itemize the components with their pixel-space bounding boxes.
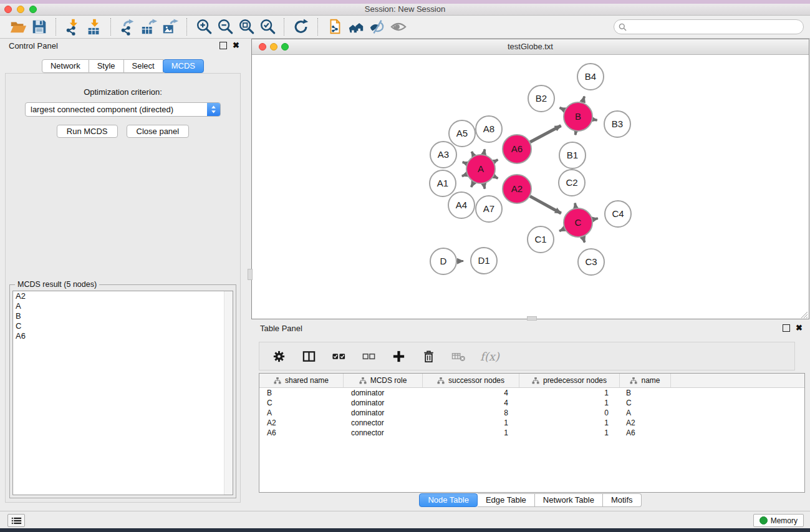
- export-network-icon[interactable]: [117, 17, 138, 37]
- table-cell[interactable]: 1: [519, 389, 620, 397]
- table-cell[interactable]: A2: [620, 418, 671, 427]
- zoom-fit-icon[interactable]: [236, 17, 257, 37]
- table-cell[interactable]: dominator: [344, 409, 423, 417]
- clone-network-icon[interactable]: [324, 17, 345, 37]
- graph-edge-A-A5[interactable]: [471, 152, 473, 156]
- function-builder-button[interactable]: f(x): [480, 350, 499, 363]
- tab-network-table[interactable]: Network Table: [535, 493, 603, 507]
- graph-node-D[interactable]: D: [430, 248, 456, 274]
- splitter-handle-vertical[interactable]: [248, 269, 253, 280]
- optimization-criterion-select[interactable]: largest connected component (directed): [25, 102, 221, 117]
- import-network-icon[interactable]: [62, 17, 84, 37]
- graph-node-B4[interactable]: B4: [577, 64, 604, 90]
- graph-edge-C-C2[interactable]: [575, 203, 576, 208]
- graph-node-A8[interactable]: A8: [476, 116, 502, 142]
- graph-edge-A6-B[interactable]: [530, 126, 561, 142]
- mcds-result-item[interactable]: A6: [13, 331, 233, 341]
- graph-edge-B-B4[interactable]: [582, 97, 584, 103]
- export-table-icon[interactable]: [138, 17, 160, 37]
- graph-node-C1[interactable]: C1: [528, 226, 554, 253]
- zoom-in-icon[interactable]: [193, 17, 215, 37]
- graph-node-A5[interactable]: A5: [449, 120, 475, 147]
- tab-style[interactable]: Style: [89, 59, 124, 73]
- eye-icon[interactable]: [388, 17, 409, 37]
- table-cell[interactable]: 1: [423, 418, 519, 427]
- graph-edge-B-B2[interactable]: [560, 108, 565, 110]
- graph-node-A7[interactable]: A7: [476, 196, 502, 222]
- graph-edge-A-A2[interactable]: [494, 177, 498, 179]
- graph-node-A4[interactable]: A4: [448, 192, 475, 218]
- select-all-icon[interactable]: [330, 348, 347, 364]
- table-row[interactable]: Cdominator41C: [259, 398, 804, 408]
- graph-edge-C-C3[interactable]: [583, 237, 585, 243]
- table-float-panel-icon[interactable]: [783, 324, 790, 332]
- graph-edge-A-A3[interactable]: [463, 162, 467, 164]
- table-row[interactable]: Adominator80A: [259, 408, 804, 418]
- table-cell[interactable]: connector: [344, 428, 423, 437]
- task-history-button[interactable]: [7, 514, 25, 527]
- graph-edge-A-A1[interactable]: [462, 175, 467, 177]
- table-close-panel-icon[interactable]: ✖: [796, 323, 803, 332]
- tab-motifs[interactable]: Motifs: [603, 493, 642, 507]
- graph-node-B[interactable]: B: [564, 102, 592, 131]
- mcds-result-item[interactable]: A: [13, 301, 233, 311]
- export-image-icon[interactable]: [160, 17, 181, 37]
- graph-node-C[interactable]: C: [564, 208, 592, 237]
- column-header-successor-nodes[interactable]: successor nodes: [423, 374, 519, 387]
- table-cell[interactable]: A6: [259, 428, 344, 437]
- table-cell[interactable]: 8: [423, 409, 519, 417]
- column-header-shared-name[interactable]: shared name: [259, 374, 344, 387]
- delete-table-icon[interactable]: [450, 348, 466, 364]
- column-header-predecessor-nodes[interactable]: predecessor nodes: [519, 374, 620, 387]
- tab-edge-table[interactable]: Edge Table: [478, 493, 535, 507]
- table-cell[interactable]: C: [620, 399, 671, 407]
- table-cell[interactable]: 1: [519, 418, 620, 427]
- table-row[interactable]: A6connector11A6: [259, 428, 804, 438]
- run-mcds-button[interactable]: Run MCDS: [57, 125, 118, 138]
- graph-node-A3[interactable]: A3: [430, 142, 456, 168]
- import-table-icon[interactable]: [84, 17, 105, 37]
- graph-node-A1[interactable]: A1: [430, 170, 456, 196]
- gear-icon[interactable]: [271, 348, 287, 364]
- graph-edge-A-A7[interactable]: [484, 184, 485, 189]
- tab-mcds[interactable]: MCDS: [163, 59, 204, 73]
- table-row[interactable]: Bdominator41B: [259, 388, 804, 398]
- float-panel-icon[interactable]: [219, 42, 227, 49]
- zoom-out-icon[interactable]: [215, 17, 236, 37]
- table-cell[interactable]: 1: [423, 428, 519, 437]
- table-cell[interactable]: C: [259, 399, 344, 407]
- home-icon[interactable]: [345, 17, 367, 37]
- table-cell[interactable]: A: [259, 409, 344, 417]
- hide-annotations-icon[interactable]: [367, 17, 388, 37]
- deselect-all-icon[interactable]: [360, 348, 377, 364]
- graph-node-C3[interactable]: C3: [578, 249, 604, 275]
- graph-edge-A-A6[interactable]: [494, 160, 498, 162]
- graph-node-C2[interactable]: C2: [559, 170, 585, 196]
- table-cell[interactable]: dominator: [344, 389, 423, 397]
- tab-select[interactable]: Select: [124, 59, 163, 73]
- splitter-handle-horizontal[interactable]: [527, 316, 537, 321]
- graph-edge-A-A4[interactable]: [471, 182, 474, 187]
- table-cell[interactable]: 1: [519, 428, 620, 437]
- graph-node-C4[interactable]: C4: [605, 201, 631, 227]
- table-cell[interactable]: B: [259, 389, 344, 397]
- tab-node-table[interactable]: Node Table: [419, 493, 478, 507]
- graph-node-A2[interactable]: A2: [503, 175, 531, 203]
- mcds-result-item[interactable]: B: [13, 311, 233, 321]
- graph-node-B2[interactable]: B2: [528, 85, 554, 112]
- graph-edge-B-B3[interactable]: [593, 120, 597, 120]
- graph-node-A6[interactable]: A6: [503, 135, 531, 163]
- refresh-icon[interactable]: [291, 17, 312, 37]
- graph-edge-A-A8[interactable]: [484, 149, 485, 154]
- split-columns-icon[interactable]: [301, 348, 317, 364]
- graph-edge-C-C4[interactable]: [592, 218, 597, 220]
- table-row[interactable]: A2connector11A2: [259, 418, 804, 428]
- search-input[interactable]: [627, 21, 803, 33]
- tab-network[interactable]: Network: [42, 59, 89, 73]
- network-graph[interactable]: B4B2BB3A5A8A6A3B1AA1C2A2A4A7C4CC1C3DD1: [252, 55, 809, 319]
- graph-edge-B-B1[interactable]: [576, 132, 576, 135]
- graph-edge-A2-C[interactable]: [530, 196, 561, 213]
- save-icon[interactable]: [29, 17, 50, 37]
- memory-button[interactable]: Memory: [753, 514, 804, 527]
- table-cell[interactable]: A6: [620, 428, 671, 437]
